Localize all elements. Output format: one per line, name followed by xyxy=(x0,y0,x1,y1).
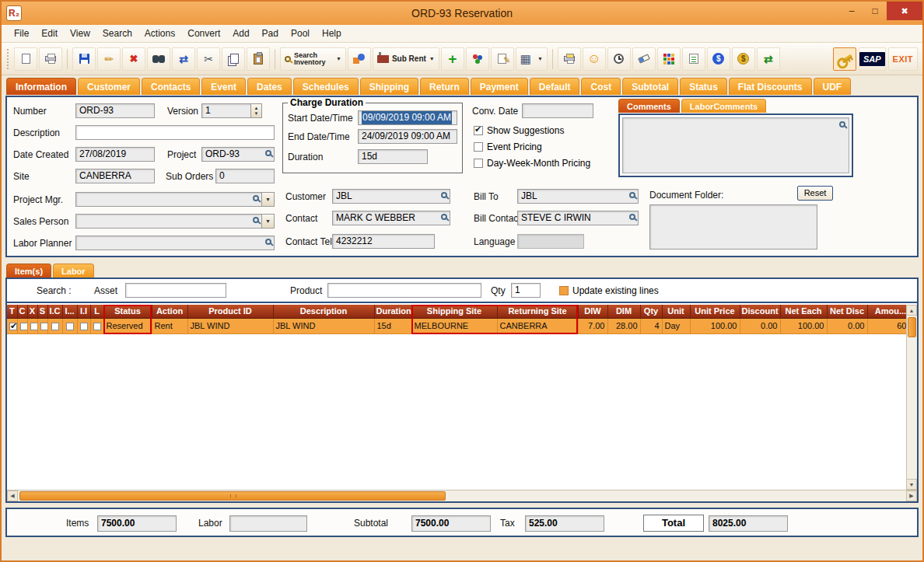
tab-return[interactable]: Return xyxy=(420,78,469,95)
version-spinner[interactable]: ▲▼ xyxy=(250,103,262,118)
col-net-disc[interactable]: Net Disc xyxy=(827,305,867,318)
menu-view[interactable]: View xyxy=(64,26,96,41)
search-icon[interactable] xyxy=(265,239,271,245)
search-icon[interactable] xyxy=(629,192,635,198)
table-row[interactable]: Reserved Rent JBL WIND JBL WIND 15d MELB… xyxy=(7,318,906,333)
close-button[interactable]: ✖ xyxy=(887,2,922,20)
cell-qty[interactable]: 4 xyxy=(640,318,662,333)
menu-actions[interactable]: Actions xyxy=(138,26,181,41)
cell-diw[interactable]: 7.00 xyxy=(578,318,607,333)
tab-customer[interactable]: Customer xyxy=(78,78,140,95)
customer-field[interactable]: JBL xyxy=(332,189,450,204)
tab-labor[interactable]: Labor xyxy=(53,264,94,278)
tab-items[interactable]: Item(s) xyxy=(6,264,51,278)
tab-schedules[interactable]: Schedules xyxy=(293,78,359,95)
tab-event[interactable]: Event xyxy=(201,78,246,95)
menu-search[interactable]: Search xyxy=(96,26,138,41)
asset-input[interactable] xyxy=(125,283,226,298)
date-created-field[interactable]: 27/08/2019 xyxy=(75,147,155,162)
cell-product-id[interactable]: JBL WIND xyxy=(187,318,273,333)
update-existing-lines-checkbox[interactable] xyxy=(559,286,569,295)
col-discount[interactable]: Discount xyxy=(740,305,780,318)
tab-information[interactable]: Information xyxy=(6,78,76,95)
tab-dates[interactable]: Dates xyxy=(247,78,292,95)
language-field[interactable] xyxy=(517,234,584,249)
find-button[interactable] xyxy=(147,47,170,71)
scroll-up-button[interactable]: ▲ xyxy=(906,305,917,316)
bill-contact-field[interactable]: STEVE C IRWIN xyxy=(517,211,639,225)
search-inventory-button[interactable]: Search Inventory ▼ xyxy=(280,47,346,71)
duration-field[interactable]: 15d xyxy=(358,149,428,164)
end-date-field[interactable]: 24/09/2019 09:00 AM xyxy=(358,129,457,144)
cell-dim[interactable]: 28.00 xyxy=(607,318,640,333)
sales-person-field[interactable] xyxy=(75,214,262,229)
col-ii[interactable]: I.I xyxy=(77,305,90,318)
exchange-button[interactable] xyxy=(757,47,780,71)
tab-flat-discounts[interactable]: Flat Discounts xyxy=(729,78,812,95)
row-i-checkbox[interactable] xyxy=(66,323,74,330)
comments-box[interactable] xyxy=(618,113,853,177)
search-icon[interactable] xyxy=(265,150,271,156)
save-button[interactable] xyxy=(72,47,96,71)
search-icon[interactable] xyxy=(629,214,635,220)
bill-to-field[interactable]: JBL xyxy=(517,189,639,204)
minimize-button[interactable]: – xyxy=(840,2,863,20)
document-folder-field[interactable] xyxy=(649,204,817,250)
event-pricing-checkbox[interactable] xyxy=(474,142,483,152)
cell-status[interactable]: Reserved xyxy=(103,318,152,333)
horizontal-scroll-thumb[interactable] xyxy=(19,491,446,501)
tab-comments[interactable]: Comments xyxy=(618,99,680,113)
tab-default[interactable]: Default xyxy=(530,78,580,95)
shapes-button[interactable] xyxy=(348,47,371,71)
tab-status[interactable]: Status xyxy=(680,78,727,95)
day-week-month-checkbox[interactable] xyxy=(474,159,483,168)
menu-file[interactable]: File xyxy=(8,26,35,41)
col-amount[interactable]: Amou... xyxy=(867,305,906,318)
grid-menu-button[interactable]: ▼ xyxy=(516,47,548,71)
row-x-checkbox[interactable] xyxy=(30,323,38,330)
tab-cost[interactable]: Cost xyxy=(581,78,621,95)
row-ic-checkbox[interactable] xyxy=(51,323,59,330)
eraser-button[interactable] xyxy=(632,47,656,71)
labor-planner-field[interactable] xyxy=(75,236,275,250)
cell-shipping-site[interactable]: MELBOURNE xyxy=(411,318,497,333)
scroll-down-button[interactable]: ▼ xyxy=(906,479,917,490)
print-button[interactable] xyxy=(39,47,62,71)
sap-button[interactable]: SAP xyxy=(859,47,886,71)
sales-person-dropdown[interactable]: ▼ xyxy=(261,214,275,229)
col-s[interactable]: S xyxy=(37,305,47,318)
menu-convert[interactable]: Convert xyxy=(181,26,226,41)
col-description[interactable]: Description xyxy=(273,305,374,318)
smiley-button[interactable] xyxy=(583,47,606,71)
col-t[interactable]: T xyxy=(7,305,17,318)
search-icon[interactable] xyxy=(441,214,447,220)
maximize-button[interactable]: □ xyxy=(863,2,887,20)
show-suggestions-checkbox[interactable] xyxy=(474,126,483,135)
edit-button[interactable] xyxy=(97,47,121,71)
pool-button[interactable] xyxy=(466,47,489,71)
delete-button[interactable] xyxy=(122,47,145,71)
col-ic[interactable]: I.C xyxy=(47,305,62,318)
vertical-scroll-thumb[interactable] xyxy=(908,317,916,337)
tab-udf[interactable]: UDF xyxy=(814,78,852,95)
row-l-checkbox[interactable] xyxy=(93,323,101,330)
col-diw[interactable]: DIW xyxy=(578,305,607,318)
menu-help[interactable]: Help xyxy=(316,26,348,41)
clock-button[interactable] xyxy=(607,47,631,71)
exit-button[interactable]: EXIT xyxy=(888,47,918,71)
col-unit[interactable]: Unit xyxy=(662,305,690,318)
start-date-field[interactable]: 09/09/2019 09:00 AM xyxy=(358,110,457,125)
tools-button[interactable] xyxy=(833,47,856,71)
edit-note-button[interactable] xyxy=(491,47,514,71)
col-shipping-site[interactable]: Shipping Site xyxy=(411,305,497,318)
new-button[interactable] xyxy=(14,47,37,71)
menu-edit[interactable]: Edit xyxy=(35,26,64,41)
cell-duration[interactable]: 15d xyxy=(374,318,411,333)
dollar-button[interactable] xyxy=(707,47,730,71)
col-net-each[interactable]: Net Each xyxy=(780,305,827,318)
qty-input[interactable]: 1 xyxy=(511,283,541,298)
menu-add[interactable]: Add xyxy=(226,26,255,41)
cell-description[interactable]: JBL WIND xyxy=(273,318,374,333)
number-field[interactable]: ORD-93 xyxy=(75,103,155,118)
cell-returning-site[interactable]: CANBERRA xyxy=(497,318,578,333)
